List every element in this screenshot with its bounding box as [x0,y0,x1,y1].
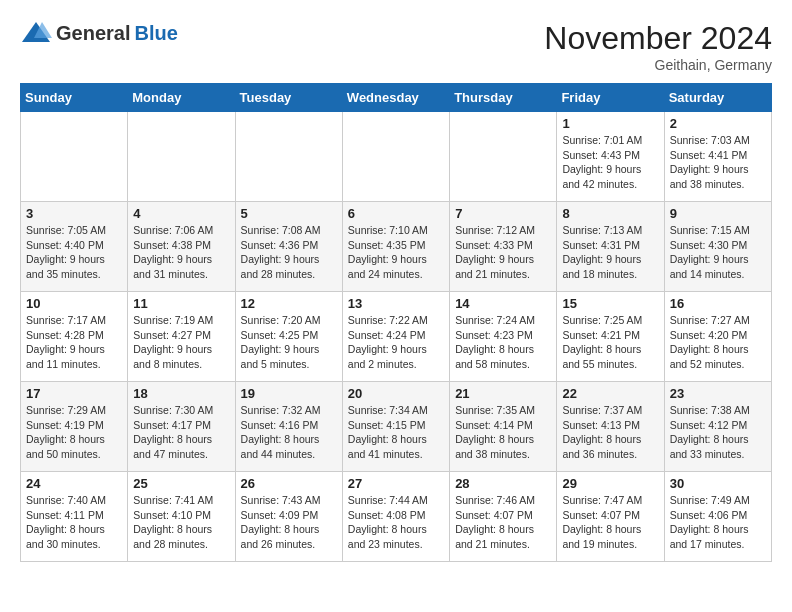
day-info: Sunrise: 7:01 AM Sunset: 4:43 PM Dayligh… [562,133,658,192]
calendar-cell: 25Sunrise: 7:41 AM Sunset: 4:10 PM Dayli… [128,472,235,562]
calendar-cell: 4Sunrise: 7:06 AM Sunset: 4:38 PM Daylig… [128,202,235,292]
day-number: 26 [241,476,337,491]
day-info: Sunrise: 7:05 AM Sunset: 4:40 PM Dayligh… [26,223,122,282]
calendar-cell: 15Sunrise: 7:25 AM Sunset: 4:21 PM Dayli… [557,292,664,382]
day-number: 20 [348,386,444,401]
calendar-cell: 8Sunrise: 7:13 AM Sunset: 4:31 PM Daylig… [557,202,664,292]
week-row-3: 10Sunrise: 7:17 AM Sunset: 4:28 PM Dayli… [21,292,772,382]
calendar-header-row: Sunday Monday Tuesday Wednesday Thursday… [21,84,772,112]
calendar-cell [21,112,128,202]
day-info: Sunrise: 7:35 AM Sunset: 4:14 PM Dayligh… [455,403,551,462]
day-number: 19 [241,386,337,401]
day-number: 27 [348,476,444,491]
calendar-cell: 13Sunrise: 7:22 AM Sunset: 4:24 PM Dayli… [342,292,449,382]
title-block: November 2024 Geithain, Germany [544,20,772,73]
calendar-cell: 30Sunrise: 7:49 AM Sunset: 4:06 PM Dayli… [664,472,771,562]
calendar-cell: 5Sunrise: 7:08 AM Sunset: 4:36 PM Daylig… [235,202,342,292]
day-number: 17 [26,386,122,401]
calendar-cell: 24Sunrise: 7:40 AM Sunset: 4:11 PM Dayli… [21,472,128,562]
day-info: Sunrise: 7:30 AM Sunset: 4:17 PM Dayligh… [133,403,229,462]
calendar-cell [342,112,449,202]
day-info: Sunrise: 7:40 AM Sunset: 4:11 PM Dayligh… [26,493,122,552]
page-header: GeneralBlue November 2024 Geithain, Germ… [20,20,772,73]
day-info: Sunrise: 7:32 AM Sunset: 4:16 PM Dayligh… [241,403,337,462]
day-info: Sunrise: 7:43 AM Sunset: 4:09 PM Dayligh… [241,493,337,552]
calendar-cell: 1Sunrise: 7:01 AM Sunset: 4:43 PM Daylig… [557,112,664,202]
day-info: Sunrise: 7:25 AM Sunset: 4:21 PM Dayligh… [562,313,658,372]
day-number: 23 [670,386,766,401]
day-number: 28 [455,476,551,491]
week-row-2: 3Sunrise: 7:05 AM Sunset: 4:40 PM Daylig… [21,202,772,292]
day-number: 30 [670,476,766,491]
day-info: Sunrise: 7:10 AM Sunset: 4:35 PM Dayligh… [348,223,444,282]
day-info: Sunrise: 7:22 AM Sunset: 4:24 PM Dayligh… [348,313,444,372]
week-row-1: 1Sunrise: 7:01 AM Sunset: 4:43 PM Daylig… [21,112,772,202]
day-info: Sunrise: 7:34 AM Sunset: 4:15 PM Dayligh… [348,403,444,462]
calendar-cell: 22Sunrise: 7:37 AM Sunset: 4:13 PM Dayli… [557,382,664,472]
day-info: Sunrise: 7:29 AM Sunset: 4:19 PM Dayligh… [26,403,122,462]
calendar-cell: 19Sunrise: 7:32 AM Sunset: 4:16 PM Dayli… [235,382,342,472]
calendar-cell: 29Sunrise: 7:47 AM Sunset: 4:07 PM Dayli… [557,472,664,562]
day-info: Sunrise: 7:27 AM Sunset: 4:20 PM Dayligh… [670,313,766,372]
col-thursday: Thursday [450,84,557,112]
day-info: Sunrise: 7:12 AM Sunset: 4:33 PM Dayligh… [455,223,551,282]
day-info: Sunrise: 7:15 AM Sunset: 4:30 PM Dayligh… [670,223,766,282]
col-wednesday: Wednesday [342,84,449,112]
calendar-cell: 10Sunrise: 7:17 AM Sunset: 4:28 PM Dayli… [21,292,128,382]
day-number: 12 [241,296,337,311]
day-number: 5 [241,206,337,221]
calendar-cell: 11Sunrise: 7:19 AM Sunset: 4:27 PM Dayli… [128,292,235,382]
col-monday: Monday [128,84,235,112]
day-info: Sunrise: 7:13 AM Sunset: 4:31 PM Dayligh… [562,223,658,282]
week-row-4: 17Sunrise: 7:29 AM Sunset: 4:19 PM Dayli… [21,382,772,472]
calendar-table: Sunday Monday Tuesday Wednesday Thursday… [20,83,772,562]
day-info: Sunrise: 7:46 AM Sunset: 4:07 PM Dayligh… [455,493,551,552]
logo: GeneralBlue [20,20,178,46]
day-number: 11 [133,296,229,311]
day-number: 24 [26,476,122,491]
calendar-cell: 3Sunrise: 7:05 AM Sunset: 4:40 PM Daylig… [21,202,128,292]
day-info: Sunrise: 7:17 AM Sunset: 4:28 PM Dayligh… [26,313,122,372]
day-number: 1 [562,116,658,131]
calendar-cell [235,112,342,202]
day-info: Sunrise: 7:49 AM Sunset: 4:06 PM Dayligh… [670,493,766,552]
day-number: 3 [26,206,122,221]
calendar-cell: 6Sunrise: 7:10 AM Sunset: 4:35 PM Daylig… [342,202,449,292]
day-info: Sunrise: 7:08 AM Sunset: 4:36 PM Dayligh… [241,223,337,282]
day-number: 4 [133,206,229,221]
day-number: 21 [455,386,551,401]
calendar-cell: 14Sunrise: 7:24 AM Sunset: 4:23 PM Dayli… [450,292,557,382]
calendar-cell: 18Sunrise: 7:30 AM Sunset: 4:17 PM Dayli… [128,382,235,472]
day-info: Sunrise: 7:37 AM Sunset: 4:13 PM Dayligh… [562,403,658,462]
day-number: 2 [670,116,766,131]
calendar-cell: 9Sunrise: 7:15 AM Sunset: 4:30 PM Daylig… [664,202,771,292]
day-info: Sunrise: 7:44 AM Sunset: 4:08 PM Dayligh… [348,493,444,552]
day-number: 22 [562,386,658,401]
calendar-cell: 26Sunrise: 7:43 AM Sunset: 4:09 PM Dayli… [235,472,342,562]
day-number: 14 [455,296,551,311]
day-info: Sunrise: 7:20 AM Sunset: 4:25 PM Dayligh… [241,313,337,372]
day-info: Sunrise: 7:38 AM Sunset: 4:12 PM Dayligh… [670,403,766,462]
logo-text-general: General [56,22,130,45]
day-number: 29 [562,476,658,491]
col-saturday: Saturday [664,84,771,112]
day-number: 25 [133,476,229,491]
day-number: 18 [133,386,229,401]
day-info: Sunrise: 7:24 AM Sunset: 4:23 PM Dayligh… [455,313,551,372]
day-info: Sunrise: 7:41 AM Sunset: 4:10 PM Dayligh… [133,493,229,552]
calendar-cell: 17Sunrise: 7:29 AM Sunset: 4:19 PM Dayli… [21,382,128,472]
day-number: 7 [455,206,551,221]
col-sunday: Sunday [21,84,128,112]
day-number: 16 [670,296,766,311]
day-number: 15 [562,296,658,311]
day-info: Sunrise: 7:03 AM Sunset: 4:41 PM Dayligh… [670,133,766,192]
calendar-cell: 28Sunrise: 7:46 AM Sunset: 4:07 PM Dayli… [450,472,557,562]
calendar-cell: 7Sunrise: 7:12 AM Sunset: 4:33 PM Daylig… [450,202,557,292]
week-row-5: 24Sunrise: 7:40 AM Sunset: 4:11 PM Dayli… [21,472,772,562]
day-number: 10 [26,296,122,311]
logo-icon [20,20,52,46]
day-info: Sunrise: 7:47 AM Sunset: 4:07 PM Dayligh… [562,493,658,552]
day-number: 8 [562,206,658,221]
col-tuesday: Tuesday [235,84,342,112]
calendar-cell: 20Sunrise: 7:34 AM Sunset: 4:15 PM Dayli… [342,382,449,472]
